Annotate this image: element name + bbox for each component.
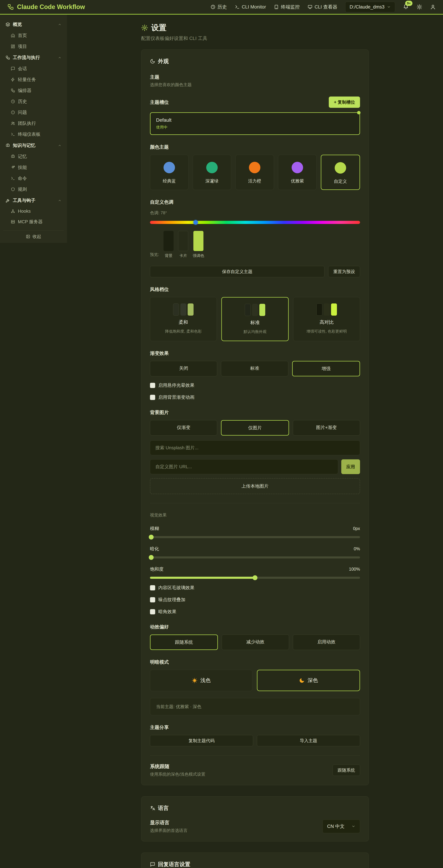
theme-toggle-sun-icon[interactable] [417, 4, 422, 10]
saturation-slider[interactable] [150, 577, 360, 579]
light-dark-mode-label: 明暗模式 [150, 659, 360, 665]
tablet-icon [274, 4, 279, 9]
sidebar-item-terminal-dashboard[interactable]: 终端仪表板 [3, 129, 64, 140]
sidebar-item-team-execution[interactable]: 团队执行 [3, 118, 64, 129]
preview-background-swatch [163, 231, 173, 251]
notifications-bell[interactable]: 9+ [403, 4, 409, 10]
palette-deep-green[interactable]: 深邃绿 [193, 155, 231, 190]
bg-gradient-anim-checkbox[interactable] [150, 395, 155, 400]
terminal-icon [11, 132, 15, 136]
home-icon [11, 33, 15, 38]
dark-mode-button[interactable]: 深色 [257, 670, 360, 691]
sparkles-icon [11, 165, 15, 169]
color-swatch [249, 162, 260, 173]
sidebar-item-issues[interactable]: 问题 [3, 107, 64, 118]
hue-slider-thumb[interactable] [193, 220, 198, 225]
custom-image-url-input[interactable] [150, 459, 338, 474]
bg-image-gradient-option[interactable]: 图片+渐变 [293, 420, 360, 436]
nav-history[interactable]: 历史 [211, 4, 227, 10]
nav-terminal-monitor[interactable]: 终端监控 [274, 4, 299, 10]
unsplash-search-input[interactable] [150, 440, 360, 455]
palette-elegant-purple[interactable]: 优雅紫 [278, 155, 317, 190]
noise-texture-checkbox-row[interactable]: 噪点纹理叠加 [150, 597, 360, 603]
saturation-value: 100% [349, 567, 360, 572]
nav-cli-viewer[interactable]: CLI 查看器 [308, 4, 337, 10]
copy-slot-button[interactable]: + 复制槽位 [329, 96, 360, 108]
blur-slider-thumb[interactable] [149, 535, 154, 539]
glass-effect-checkbox[interactable] [150, 585, 155, 590]
sidebar-item-home[interactable]: 首页 [3, 30, 64, 41]
nav-cli-monitor[interactable]: CLI Monitor [235, 4, 266, 10]
follow-system-button[interactable]: 跟随系统 [333, 765, 360, 776]
chevron-up-icon [58, 144, 61, 147]
gradient-standard-option[interactable]: 标准 [221, 361, 288, 376]
visual-effects-label: 视觉效果 [150, 512, 360, 518]
sidebar-item-hooks[interactable]: Hooks [3, 206, 64, 216]
git-branch-icon [11, 209, 15, 213]
import-theme-button[interactable]: 导入主题 [257, 735, 360, 746]
motion-follow-system-option[interactable]: 跟随系统 [150, 634, 218, 650]
saturation-slider-thumb[interactable] [253, 575, 257, 580]
project-selector[interactable]: D:/Claude_dms3 [345, 2, 395, 12]
sidebar-item-skills[interactable]: 技能 [3, 162, 64, 173]
language-select[interactable]: CN 中文 [322, 819, 360, 833]
motion-reduce-option[interactable]: 减少动效 [222, 634, 289, 650]
sidebar-item-light-tasks[interactable]: 轻量任务 [3, 74, 64, 85]
sidebar-item-sessions[interactable]: 会话 [3, 63, 64, 74]
style-high-contrast[interactable]: 高对比 增强可读性, 色彩更鲜明 [293, 297, 360, 341]
sidebar-group-overview[interactable]: 概览 [3, 19, 64, 30]
motion-enable-option[interactable]: 启用动效 [293, 634, 360, 650]
workflow-icon [11, 88, 15, 93]
sidebar-item-rules[interactable]: 规则 [3, 184, 64, 195]
vignette-checkbox[interactable] [150, 609, 155, 614]
palette-custom[interactable]: 自定义 [321, 155, 360, 190]
sidebar-collapse-button[interactable]: 收起 [3, 230, 64, 243]
darken-slider-thumb[interactable] [149, 555, 154, 560]
copy-theme-code-button[interactable]: 复制主题代码 [150, 735, 253, 746]
sidebar-item-orchestrator[interactable]: 编排器 [3, 85, 64, 96]
sidebar: 概览 首页 项目 工作流与执行 会话 轻量任务 编排器 历史 问题 团队执行 [0, 14, 67, 243]
appearance-card: 外观 主题 选择您喜欢的颜色主题 主题槽位 + 复制槽位 Default 使用中… [141, 50, 369, 785]
apply-url-button[interactable]: 应用 [341, 459, 360, 474]
hover-glow-checkbox-row[interactable]: 启用悬停光晕效果 [150, 382, 360, 389]
user-menu-icon[interactable] [430, 4, 436, 10]
save-custom-theme-button[interactable]: 保存自定义主题 [150, 266, 324, 277]
style-soft[interactable]: 柔和 降低饱和度, 柔和色彩 [150, 297, 217, 341]
bg-image-only-option[interactable]: 仅图片 [221, 420, 289, 436]
style-standard[interactable]: 标准 默认均衡外观 [221, 297, 289, 341]
palette-classic-blue[interactable]: 经典蓝 [150, 155, 189, 190]
sidebar-item-mcp-server[interactable]: MCP 服务器 [3, 216, 64, 227]
light-mode-button[interactable]: 浅色 [150, 670, 252, 691]
vignette-checkbox-row[interactable]: 暗角效果 [150, 609, 360, 615]
sidebar-group-tools[interactable]: 工具与钩子 [3, 195, 64, 206]
gradient-off-option[interactable]: 关闭 [150, 361, 217, 376]
sidebar-item-memory[interactable]: 记忆 [3, 151, 64, 162]
brain-icon [11, 154, 15, 159]
sidebar-item-commands[interactable]: 命令 [3, 173, 64, 184]
panel-collapse-icon [26, 235, 30, 239]
grid-icon [11, 44, 15, 49]
chevron-down-icon [387, 5, 391, 9]
chevron-up-icon [58, 56, 61, 59]
sidebar-group-workflow[interactable]: 工作流与执行 [3, 52, 64, 63]
upload-local-image-button[interactable]: 上传本地图片 [150, 478, 360, 494]
theme-slot-default[interactable]: Default 使用中 [150, 112, 360, 135]
hue-slider[interactable] [150, 221, 360, 224]
sidebar-item-history[interactable]: 历史 [3, 96, 64, 107]
sidebar-item-projects[interactable]: 项目 [3, 41, 64, 52]
gradient-enhanced-option[interactable]: 增强 [292, 361, 360, 376]
darken-slider[interactable] [150, 556, 360, 558]
hue-value: 色调: 78° [150, 210, 360, 216]
palette-vibrant-orange[interactable]: 活力橙 [235, 155, 274, 190]
glass-effect-checkbox-row[interactable]: 内容区毛玻璃效果 [150, 585, 360, 591]
sidebar-group-knowledge[interactable]: 知识与记忆 [3, 140, 64, 151]
blur-slider[interactable] [150, 536, 360, 538]
workflow-icon [5, 55, 10, 60]
noise-texture-checkbox[interactable] [150, 597, 155, 602]
reset-to-preset-button[interactable]: 重置为预设 [328, 266, 360, 277]
bg-gradient-anim-checkbox-row[interactable]: 启用背景渐变动画 [150, 394, 360, 400]
hover-glow-checkbox[interactable] [150, 383, 155, 388]
bg-gradient-only-option[interactable]: 仅渐变 [150, 420, 217, 436]
color-swatch [335, 162, 346, 174]
follow-system-title: 系统跟随 [150, 763, 205, 770]
